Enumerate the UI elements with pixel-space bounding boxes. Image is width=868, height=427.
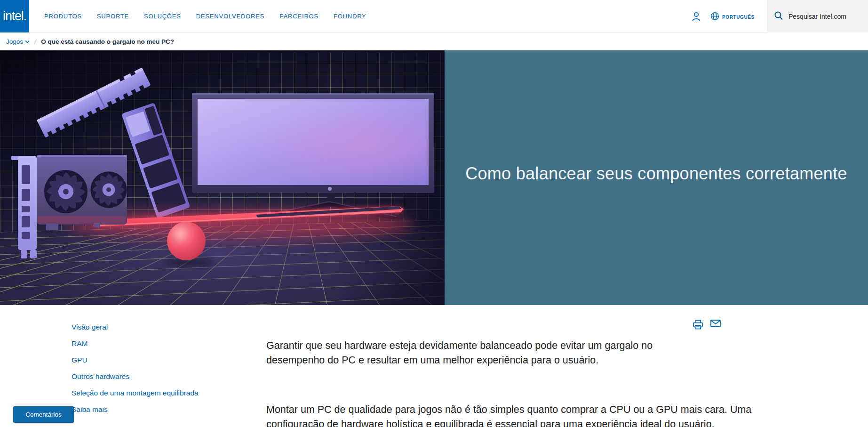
breadcrumb-separator: / — [33, 38, 37, 46]
language-label: PORTUGUÊS — [722, 15, 755, 20]
top-header: intel. PRODUTOS SUPORTE SOLUÇÕES DESENVO… — [0, 0, 868, 32]
toc-selecao-montagem[interactable]: Seleção de uma montagem equilibrada — [72, 388, 222, 404]
hero-title-panel: Como balancear seus componentes corretam… — [445, 50, 868, 305]
intel-logo-text: intel — [3, 9, 24, 23]
main-nav: PRODUTOS SUPORTE SOLUÇÕES DESENVOLVEDORE… — [44, 0, 366, 32]
intel-logo-dot: . — [24, 9, 26, 23]
search-placeholder: Pesquisar Intel.com — [788, 13, 846, 20]
intro-line-2: desempenho do PC e resultar em uma melho… — [266, 353, 653, 368]
monitor-camera-dot — [328, 187, 332, 191]
language-selector[interactable]: PORTUGUÊS — [710, 12, 755, 23]
search-input[interactable]: Pesquisar Intel.com — [767, 0, 868, 32]
page-title: Como balancear seus componentes corretam… — [465, 164, 847, 184]
body-paragraph: Montar um PC de qualidade para jogos não… — [266, 403, 751, 427]
email-icon[interactable] — [710, 320, 721, 331]
body-line-2: configuração de hardware holística e equ… — [266, 417, 751, 427]
print-icon[interactable] — [693, 320, 703, 331]
toc-gpu[interactable]: GPU — [72, 355, 222, 371]
globe-icon — [710, 12, 719, 23]
body-line-1: Montar um PC de qualidade para jogos não… — [266, 403, 751, 417]
search-icon — [774, 11, 783, 22]
document-actions — [693, 320, 721, 331]
nav-solucoes[interactable]: SOLUÇÕES — [144, 13, 181, 20]
nav-foundry[interactable]: FOUNDRY — [334, 13, 366, 20]
intro-paragraph: Garantir que seu hardware esteja devidam… — [266, 338, 653, 368]
nav-desenvolvedores[interactable]: DESENVOLVEDORES — [196, 13, 264, 20]
feedback-button[interactable]: Comentários — [13, 406, 74, 423]
intro-line-1: Garantir que seu hardware esteja devidam… — [266, 338, 653, 353]
nav-suporte[interactable]: SUPORTE — [97, 13, 129, 20]
toc-visao-geral[interactable]: Visão geral — [72, 322, 222, 338]
breadcrumb-section-link[interactable]: Jogos — [6, 38, 30, 45]
nav-parceiros[interactable]: PARCEIROS — [279, 13, 319, 20]
balance-illustration — [0, 50, 445, 305]
toc-outros-hardwares[interactable]: Outros hardwares — [72, 371, 222, 388]
intel-article-page: intel. PRODUTOS SUPORTE SOLUÇÕES DESENVO… — [0, 0, 868, 427]
breadcrumb-current-page: O que está causando o gargalo no meu PC? — [41, 38, 174, 45]
breadcrumb-section-label: Jogos — [6, 38, 23, 45]
nav-produtos[interactable]: PRODUTOS — [44, 13, 82, 20]
intel-logo[interactable]: intel. — [0, 0, 29, 32]
breadcrumb: Jogos / O que está causando o gargalo no… — [0, 32, 868, 50]
chevron-down-icon — [25, 40, 30, 43]
toc-ram[interactable]: RAM — [72, 338, 222, 355]
account-icon[interactable] — [691, 11, 702, 22]
hero-banner: Como balancear seus componentes corretam… — [0, 50, 868, 305]
toc-saiba-mais[interactable]: Saiba mais — [72, 404, 222, 421]
hero-illustration — [0, 50, 445, 305]
article-toc: Visão geral RAM GPU Outros hardwares Sel… — [72, 322, 222, 421]
